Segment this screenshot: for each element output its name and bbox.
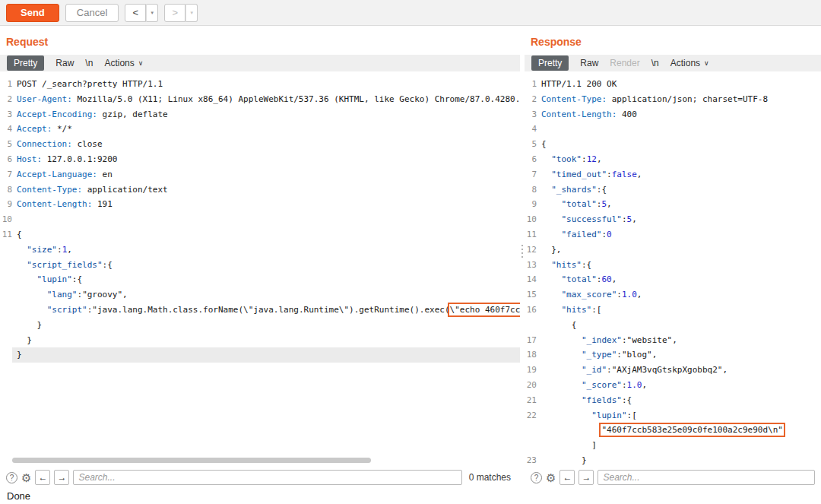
code-line[interactable]: { bbox=[525, 318, 821, 333]
code-segment bbox=[541, 274, 562, 284]
line-number: 5 bbox=[0, 137, 12, 152]
code-segment: "size" bbox=[27, 245, 57, 255]
code-line[interactable]: } bbox=[0, 347, 520, 363]
code-segment: , bbox=[597, 154, 602, 164]
code-line[interactable]: 11{ bbox=[0, 227, 520, 242]
code-segment bbox=[17, 274, 37, 284]
code-segment: Content-Type: bbox=[541, 94, 607, 104]
actions-menu-button[interactable]: Actions ∨ bbox=[670, 58, 709, 68]
tab-render[interactable]: Render bbox=[610, 58, 639, 68]
cancel-button[interactable]: Cancel bbox=[65, 4, 119, 22]
gear-icon[interactable]: ⚙ bbox=[546, 472, 556, 483]
code-segment: :{ bbox=[622, 395, 632, 405]
tab-newline[interactable]: \n bbox=[85, 58, 93, 68]
code-text: "total":5, bbox=[537, 197, 821, 212]
code-line[interactable]: 23 } bbox=[525, 453, 821, 468]
code-line[interactable]: 22 "lupin":[ bbox=[525, 408, 821, 423]
code-line[interactable]: } bbox=[0, 318, 520, 333]
code-line[interactable]: 2User-Agent: Mozilla/5.0 (X11; Linux x86… bbox=[0, 92, 520, 107]
code-line[interactable]: 2Content-Type: application/json; charset… bbox=[525, 92, 821, 107]
code-line[interactable]: 5Connection: close bbox=[0, 137, 520, 152]
code-line[interactable]: 1HTTP/1.1 200 OK bbox=[525, 77, 821, 92]
history-forward-button[interactable]: > bbox=[164, 4, 185, 22]
code-line[interactable]: 19 "_id":"AXjAM3vqGtskpXgobbq2", bbox=[525, 363, 821, 378]
code-line[interactable]: 16 "hits":[ bbox=[525, 303, 821, 318]
code-line[interactable]: ] bbox=[525, 438, 821, 453]
code-line[interactable]: 7 "timed_out":false, bbox=[525, 167, 821, 182]
code-segment: { bbox=[541, 320, 576, 330]
code-line[interactable]: 4Accept: */* bbox=[0, 122, 520, 137]
code-line[interactable]: 10 "successful":5, bbox=[525, 212, 821, 227]
code-line[interactable]: 1POST /_search?pretty HTTP/1.1 bbox=[0, 77, 520, 92]
tab-pretty[interactable]: Pretty bbox=[531, 55, 569, 71]
help-icon[interactable]: ? bbox=[531, 472, 542, 483]
code-line[interactable]: 13 "hits":{ bbox=[525, 258, 821, 273]
code-line[interactable]: "lang":"groovy", bbox=[0, 287, 520, 303]
code-line[interactable]: } bbox=[0, 333, 520, 348]
actions-menu-button[interactable]: Actions ∨ bbox=[104, 58, 143, 68]
code-segment: } bbox=[17, 335, 32, 345]
line-number: 4 bbox=[525, 122, 537, 137]
code-line[interactable]: 6 "took":12, bbox=[525, 152, 821, 167]
send-button[interactable]: Send bbox=[6, 4, 59, 22]
code-segment: "took" bbox=[551, 154, 582, 164]
code-line[interactable]: "460f7ccb583e25e09c0fe100a2c9e90d\n" bbox=[525, 423, 821, 438]
code-line[interactable]: 8Content-Type: application/text bbox=[0, 182, 520, 198]
code-line[interactable]: 21 "fields":{ bbox=[525, 393, 821, 408]
search-next-button[interactable]: → bbox=[54, 470, 69, 485]
code-line[interactable]: "lupin":{ bbox=[0, 272, 520, 287]
history-forward-dropdown[interactable]: ▼ bbox=[185, 4, 198, 22]
gear-icon[interactable]: ⚙ bbox=[21, 472, 31, 483]
line-number: 9 bbox=[525, 197, 537, 212]
code-line[interactable]: 3Accept-Encoding: gzip, deflate bbox=[0, 107, 520, 122]
code-line[interactable]: 9Content-Length: 191 bbox=[0, 197, 520, 212]
tab-pretty[interactable]: Pretty bbox=[7, 55, 44, 71]
code-line[interactable]: 3Content-Length: 400 bbox=[525, 107, 821, 122]
code-line[interactable]: 10 bbox=[0, 212, 520, 227]
code-text: "timed_out":false, bbox=[537, 167, 821, 182]
code-line[interactable]: 4 bbox=[525, 122, 821, 137]
request-title: Request bbox=[0, 26, 520, 55]
code-segment: : bbox=[617, 290, 622, 300]
history-back-button[interactable]: < bbox=[125, 4, 146, 22]
code-line[interactable]: 7Accept-Language: en bbox=[0, 167, 520, 182]
tab-raw[interactable]: Raw bbox=[580, 58, 598, 68]
search-next-button[interactable]: → bbox=[579, 470, 594, 485]
code-segment: "lang" bbox=[47, 290, 78, 300]
tab-newline[interactable]: \n bbox=[651, 58, 659, 68]
code-line[interactable]: "script_fields":{ bbox=[0, 258, 520, 273]
code-line[interactable]: 20 "_score":1.0, bbox=[525, 378, 821, 393]
help-icon[interactable]: ? bbox=[6, 472, 17, 483]
history-back-dropdown[interactable]: ▼ bbox=[146, 4, 158, 22]
code-line[interactable]: 6Host: 127.0.0.1:9200 bbox=[0, 152, 520, 167]
search-prev-button[interactable]: ← bbox=[559, 470, 575, 485]
code-line[interactable]: 11 "failed":0 bbox=[525, 227, 821, 242]
status-bar: Done bbox=[0, 487, 821, 504]
request-search-input[interactable] bbox=[73, 470, 461, 485]
response-search-input[interactable] bbox=[598, 470, 815, 485]
code-line[interactable]: 17 "_index":"website", bbox=[525, 333, 821, 348]
tab-raw[interactable]: Raw bbox=[55, 58, 74, 68]
code-line[interactable]: 15 "max_score":1.0, bbox=[525, 287, 821, 303]
line-number: 6 bbox=[0, 152, 12, 167]
code-line[interactable]: 5{ bbox=[525, 137, 821, 152]
splitter-drag-handle-icon[interactable] bbox=[521, 245, 523, 258]
code-segment: "groovy", bbox=[82, 290, 128, 300]
code-line[interactable]: "script":"java.lang.Math.class.forName(\… bbox=[0, 303, 520, 318]
code-text: } bbox=[12, 318, 520, 333]
code-line[interactable]: 14 "total":60, bbox=[525, 272, 821, 287]
code-segment: { bbox=[17, 230, 22, 239]
code-segment: : bbox=[607, 365, 612, 375]
code-line[interactable]: "size":1, bbox=[0, 242, 520, 258]
code-segment bbox=[541, 170, 551, 179]
horizontal-scrollbar-thumb[interactable] bbox=[12, 458, 371, 463]
code-line[interactable]: 12 }, bbox=[525, 242, 821, 258]
code-segment: "hits" bbox=[562, 305, 592, 315]
code-text: "total":60, bbox=[537, 272, 821, 287]
code-line[interactable]: 18 "_type":"blog", bbox=[525, 347, 821, 363]
response-editor[interactable]: 1HTTP/1.1 200 OK2Content-Type: applicati… bbox=[525, 71, 821, 468]
search-prev-button[interactable]: ← bbox=[35, 470, 50, 485]
code-line[interactable]: 9 "total":5, bbox=[525, 197, 821, 212]
request-editor[interactable]: 1POST /_search?pretty HTTP/1.12User-Agen… bbox=[0, 71, 520, 468]
code-line[interactable]: 8 "_shards":{ bbox=[525, 182, 821, 198]
